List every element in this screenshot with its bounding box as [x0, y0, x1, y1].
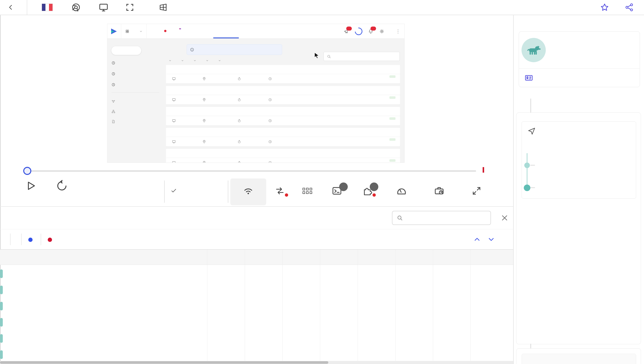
new-badge	[179, 28, 181, 29]
filter-dropdown[interactable]	[190, 58, 196, 63]
chevron-down-icon	[193, 59, 196, 62]
timeline-track[interactable]	[27, 164, 476, 178]
notifications-button[interactable]	[368, 29, 374, 34]
run-row[interactable]	[166, 86, 400, 104]
jump-navigation	[473, 236, 495, 243]
chevron-down-icon	[139, 30, 142, 33]
run-time-ago	[268, 95, 274, 104]
network-tab[interactable]	[78, 207, 80, 229]
jump-up-icon[interactable]	[473, 236, 481, 243]
divider	[27, 0, 27, 15]
device-info	[98, 2, 112, 12]
network-tab[interactable]	[45, 207, 47, 229]
create-test-button[interactable]	[111, 46, 141, 55]
fetch-panel-button[interactable]	[266, 178, 293, 205]
close-panel-icon[interactable]	[501, 214, 509, 222]
timeline-scrubber[interactable]	[23, 167, 31, 175]
favorite-star-icon[interactable]	[600, 3, 609, 12]
network-request-row[interactable]	[0, 346, 513, 362]
app-search-input[interactable]	[324, 52, 400, 61]
templates-icon	[111, 120, 115, 124]
rewind-icon	[56, 180, 68, 192]
chevron-down-icon	[218, 59, 221, 62]
filter-dropdown[interactable]	[203, 58, 209, 63]
run-duration	[237, 95, 243, 104]
metadata-button[interactable]	[519, 69, 640, 87]
back-button[interactable]	[8, 4, 18, 11]
state-panel-button[interactable]	[293, 178, 321, 205]
run-row[interactable]	[166, 65, 400, 83]
network-request-row[interactable]	[0, 330, 513, 346]
run-device	[172, 95, 178, 104]
network-request-row[interactable]	[0, 297, 513, 313]
avatar	[522, 38, 546, 62]
stopwatch-icon	[237, 140, 241, 144]
network-tab[interactable]	[95, 207, 97, 229]
scrollbar-thumb[interactable]	[0, 361, 328, 364]
announcements-button[interactable]	[344, 29, 349, 34]
expand-icon	[472, 186, 482, 196]
runs-page-title	[165, 45, 168, 53]
skip-inactivity-toggle[interactable]	[171, 188, 182, 194]
sidebar-item[interactable]	[111, 68, 166, 79]
network-request-row[interactable]	[0, 313, 513, 330]
jump-down-icon[interactable]	[487, 236, 495, 243]
visited-event-card[interactable]	[522, 121, 636, 199]
network-request-row[interactable]	[0, 265, 513, 281]
sidebar-item[interactable]	[111, 57, 166, 68]
divider	[164, 180, 165, 203]
play-button[interactable]	[21, 180, 41, 193]
network-panel-button[interactable]	[230, 178, 266, 205]
loading-spinner-icon	[353, 26, 364, 36]
console-panel-button[interactable]	[321, 178, 353, 205]
gear-icon[interactable]	[379, 29, 385, 34]
horizontal-scrollbar[interactable]	[0, 361, 513, 364]
waterfall-bar	[0, 318, 3, 327]
sidebar-item-templates[interactable]	[111, 117, 166, 127]
full-screen-button[interactable]	[458, 178, 496, 205]
network-tab[interactable]	[112, 207, 114, 229]
run-row[interactable]	[166, 128, 400, 146]
status-badge	[389, 138, 395, 141]
waterfall-bar	[0, 350, 3, 359]
chevron-left-icon	[8, 4, 14, 11]
network-tabs-row	[0, 206, 513, 229]
sidebar-item[interactable]	[111, 79, 166, 90]
share-icon[interactable]	[625, 3, 634, 12]
end-marker-tick	[483, 167, 484, 173]
performance-panel-button[interactable]	[382, 178, 421, 205]
back-10s-button[interactable]	[51, 180, 73, 193]
filter-dropdown[interactable]	[166, 58, 171, 63]
run-row[interactable]	[166, 149, 400, 163]
run-device	[172, 158, 178, 163]
monitor-icon	[172, 98, 176, 102]
info-icon	[190, 48, 194, 52]
project-selector[interactable]	[121, 24, 147, 39]
user-profile-card	[519, 31, 640, 87]
network-tab[interactable]	[12, 207, 14, 229]
chevron-down-icon	[206, 59, 209, 62]
chevron-down-icon	[169, 59, 171, 62]
network-tab[interactable]	[28, 207, 30, 229]
run-time-ago	[268, 158, 274, 163]
clock-icon	[268, 161, 272, 163]
filter-dropdown[interactable]	[178, 58, 184, 63]
stopwatch-icon	[237, 77, 241, 81]
run-row[interactable]	[166, 107, 400, 125]
events-panel-button[interactable]	[353, 178, 382, 205]
network-request-row[interactable]	[0, 281, 513, 297]
filter-dropdown[interactable]	[215, 58, 221, 63]
waterfall-bar	[0, 286, 3, 294]
long-tasks-panel-button[interactable]	[421, 178, 458, 205]
sidebar-item-variables[interactable]	[111, 96, 166, 106]
monitor-icon	[172, 119, 176, 123]
fetch-icon	[275, 186, 285, 196]
state-grid-icon	[303, 188, 312, 194]
run-time-ago	[268, 116, 274, 125]
more-menu-icon[interactable]: ⋮	[396, 29, 400, 34]
run-duration	[237, 116, 243, 125]
sidebar-item-environments[interactable]	[111, 106, 166, 117]
network-tab[interactable]	[62, 207, 64, 229]
events-alert-dot	[373, 193, 376, 197]
filter-by-name-input[interactable]	[407, 214, 483, 222]
